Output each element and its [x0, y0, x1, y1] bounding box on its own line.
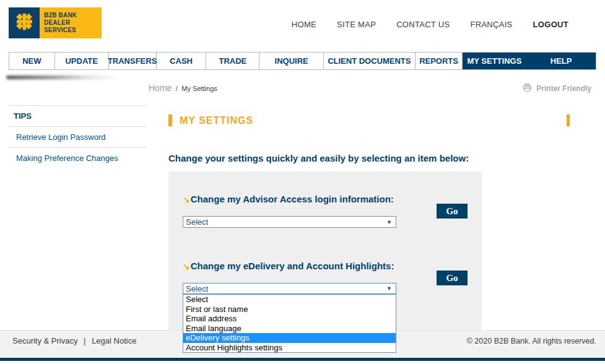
nav-item-trade[interactable]: TRADE	[206, 53, 259, 69]
menu-shadow	[6, 76, 133, 79]
brand-wordmark: B2B BANK DEALER SERVICES	[40, 7, 102, 38]
nav-item-new[interactable]: NEW	[9, 53, 55, 69]
footer-link-security-privacy[interactable]: Security & Privacy	[12, 336, 77, 345]
nav-item-my-settings[interactable]: MY SETTINGS	[463, 53, 526, 69]
util-link-site-map[interactable]: SITE MAP	[337, 20, 376, 29]
chevron-down-icon: ▼	[386, 285, 392, 292]
nav-item-transfers[interactable]: TRANSFERS	[109, 53, 157, 69]
footer-copyright: © 2020 B2B Bank. All rights reserved.	[467, 337, 596, 345]
util-link-contact-us[interactable]: CONTACT US	[396, 20, 450, 29]
printer-friendly-label: Printer Friendly	[536, 84, 591, 93]
page-title: MY SETTINGS	[180, 115, 253, 126]
settings-panel: ↘Change my Advisor Access login informat…	[168, 171, 482, 330]
page: B2B BANK DEALER SERVICES HOME SITE MAP C…	[0, 0, 605, 364]
util-link-francais[interactable]: FRANÇAIS	[470, 20, 512, 29]
nav-item-cash[interactable]: CASH	[157, 53, 207, 69]
nav-item-client-documents[interactable]: CLIENT DOCUMENTS	[324, 53, 416, 69]
title-accent-bar-right	[567, 115, 570, 126]
main-nav: NEW UPDATE TRANSFERS CASH TRADE INQUIRE …	[9, 52, 596, 70]
breadcrumb: Home / My Settings	[149, 82, 217, 93]
sidebar-title: TIPS	[9, 106, 147, 126]
dropdown-option-first-or-last-name[interactable]: First or last name	[183, 305, 396, 314]
advisor-access-go-button[interactable]: Go	[437, 204, 468, 219]
printer-friendly-link[interactable]: Printer Friendly	[522, 84, 591, 93]
sidebar: TIPS Retrieve Login Password Making Pref…	[9, 105, 147, 168]
printer-icon	[522, 84, 533, 93]
section-heading-advisor-access: ↘Change my Advisor Access login informat…	[183, 194, 394, 204]
footer-link-legal-notice[interactable]: Legal Notice	[92, 336, 136, 345]
nav-item-reports[interactable]: REPORTS	[416, 53, 463, 69]
dropdown-option-select[interactable]: Select	[183, 295, 396, 305]
title-accent-bar-left	[168, 115, 172, 126]
section-heading-edelivery: ↘Change my eDelivery and Account Highlig…	[183, 261, 394, 271]
breadcrumb-separator: /	[176, 85, 178, 92]
edelivery-select[interactable]: Select ▼	[183, 283, 396, 294]
nav-item-update[interactable]: UPDATE	[55, 53, 109, 69]
brand-line2: DEALER SERVICES	[44, 19, 102, 34]
bottom-accent-bar	[0, 358, 605, 361]
flower-icon	[9, 7, 40, 38]
yellow-arrow-icon: ↘	[183, 194, 190, 204]
nav-item-inquire[interactable]: INQUIRE	[259, 53, 324, 69]
dropdown-option-email-language[interactable]: Email language	[183, 324, 396, 334]
sidebar-item-making-preference-changes[interactable]: Making Preference Changes	[9, 148, 147, 168]
dropdown-option-account-highlights-settings[interactable]: Account Highlights settings	[183, 343, 396, 353]
nav-item-help[interactable]: HELP	[526, 53, 596, 69]
edelivery-dropdown-list: Select First or last name Email address …	[183, 294, 396, 353]
util-link-home[interactable]: HOME	[292, 20, 316, 29]
breadcrumb-current: My Settings	[181, 85, 217, 92]
section-heading-label: Change my eDelivery and Account Highligh…	[191, 261, 394, 271]
sidebar-item-retrieve-login-password[interactable]: Retrieve Login Password	[9, 127, 147, 147]
brand-line1: B2B BANK	[44, 12, 102, 19]
footer-links: Security & Privacy | Legal Notice	[12, 336, 136, 345]
util-link-logout[interactable]: LOGOUT	[533, 20, 568, 29]
utility-nav: HOME SITE MAP CONTACT US FRANÇAIS LOGOUT	[292, 20, 568, 29]
edelivery-select-value: Select	[186, 284, 208, 293]
chevron-down-icon: ▼	[386, 219, 392, 225]
section-heading-label: Change my Advisor Access login informati…	[191, 194, 394, 204]
breadcrumb-home-link[interactable]: Home	[149, 83, 172, 93]
footer-separator: |	[84, 336, 85, 345]
advisor-access-select-value: Select	[186, 217, 208, 227]
intro-text: Change your settings quickly and easily …	[168, 153, 469, 163]
dropdown-option-edelivery-settings[interactable]: eDelivery settings	[183, 333, 396, 343]
edelivery-go-button[interactable]: Go	[437, 271, 468, 285]
advisor-access-select[interactable]: Select ▼	[183, 216, 396, 228]
dropdown-option-email-address[interactable]: Email address	[183, 314, 396, 324]
brand-logo[interactable]: B2B BANK DEALER SERVICES	[9, 7, 102, 38]
yellow-arrow-icon: ↘	[183, 261, 190, 271]
